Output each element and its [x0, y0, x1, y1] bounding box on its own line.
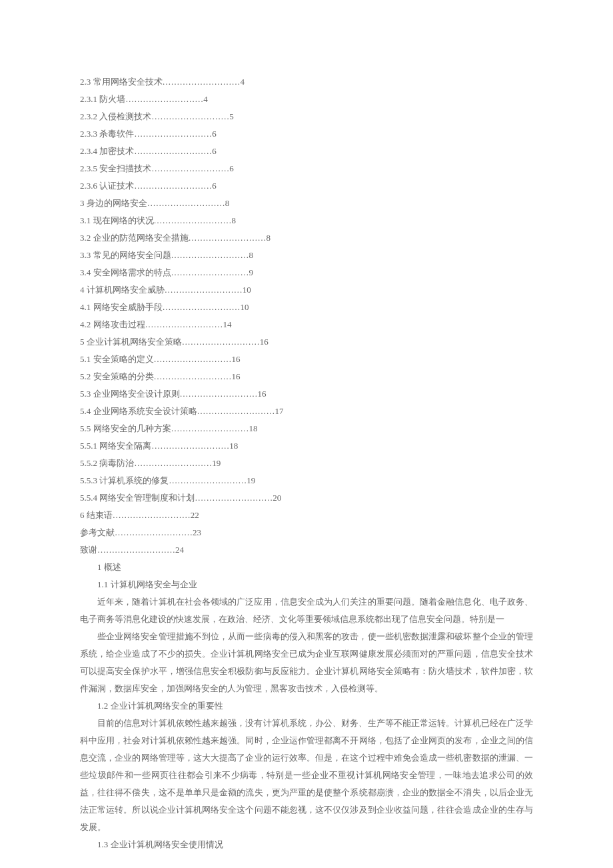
- toc-entry: 5.5.4 网络安全管理制度和计划………………………20: [80, 489, 533, 507]
- body-paragraph: 近年来，随着计算机在社会各领域的广泛应用，信息安全成为人们关注的重要问题。随着金…: [80, 593, 533, 628]
- toc-entry: 5.5 网络安全的几种方案………………………18: [80, 420, 533, 437]
- toc-entry: 4 计算机网络安全威胁………………………10: [80, 281, 533, 299]
- toc-entry: 5.5.1 网络安全隔离………………………18: [80, 437, 533, 455]
- document-page: 2.3 常用网络安全技术………………………4 2.3.1 防火墙………………………: [0, 0, 613, 868]
- toc-entry: 5.2 安全策略的分类………………………16: [80, 368, 533, 385]
- toc-entry: 4.1 网络安全威胁手段………………………10: [80, 299, 533, 316]
- toc-entry: 2.3.2 入侵检测技术………………………5: [80, 108, 533, 125]
- toc-entry: 5 企业计算机网络安全策略………………………16: [80, 333, 533, 351]
- toc-entry: 3.2 企业的防范网络安全措施………………………8: [80, 229, 533, 247]
- toc-entry: 5.5.3 计算机系统的修复………………………19: [80, 472, 533, 489]
- toc-entry: 3.4 安全网络需求的特点………………………9: [80, 264, 533, 281]
- toc-entry: 3 身边的网络安全………………………8: [80, 195, 533, 212]
- toc-entry: 参考文献………………………23: [80, 524, 533, 541]
- body-paragraph: 目前的信息对计算机依赖性越来越强，没有计算机系统，办公、财务、生产等不能正常运转…: [80, 715, 533, 836]
- toc-entry: 5.5.2 病毒防治………………………19: [80, 455, 533, 472]
- toc-entry: 2.3.1 防火墙………………………4: [80, 91, 533, 108]
- toc-entry: 5.1 安全策略的定义………………………16: [80, 351, 533, 368]
- toc-entry: 2.3.6 认证技术………………………6: [80, 177, 533, 195]
- toc-entry: 2.3.4 加密技术………………………6: [80, 143, 533, 160]
- toc-entry: 5.4 企业网络系统安全设计策略………………………17: [80, 403, 533, 420]
- section-heading-1: 1 概述: [80, 559, 533, 576]
- toc-entry: 致谢………………………24: [80, 541, 533, 559]
- toc-entry: 2.3 常用网络安全技术………………………4: [80, 73, 533, 91]
- toc-entry: 6 结束语………………………22: [80, 507, 533, 524]
- toc-entry: 3.3 常见的网络安全问题………………………8: [80, 247, 533, 264]
- toc-entry: 2.3.3 杀毒软件………………………6: [80, 125, 533, 143]
- table-of-contents: 2.3 常用网络安全技术………………………4 2.3.1 防火墙………………………: [80, 73, 533, 559]
- toc-entry: 2.3.5 安全扫描技术………………………6: [80, 160, 533, 177]
- section-heading-1-1: 1.1 计算机网络安全与企业: [80, 576, 533, 593]
- toc-entry: 4.2 网络攻击过程………………………14: [80, 316, 533, 333]
- body-paragraph: 些企业网络安全管理措施不到位，从而一些病毒的侵入和黑客的攻击，使一些机密数据泄露…: [80, 628, 533, 697]
- section-heading-1-2: 1.2 企业计算机网络安全的重要性: [80, 697, 533, 715]
- toc-entry: 3.1 现在网络的状况………………………8: [80, 212, 533, 229]
- section-heading-1-3: 1.3 企业计算机网络安全使用情况: [80, 836, 533, 853]
- toc-entry: 5.3 企业网络安全设计原则………………………16: [80, 385, 533, 403]
